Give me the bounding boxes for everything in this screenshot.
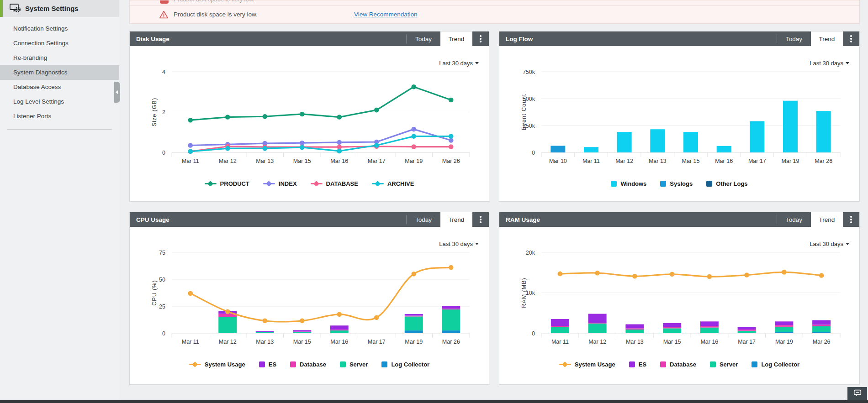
svg-text:Mar 16: Mar 16 (330, 158, 348, 164)
kebab-menu-icon-log-flow[interactable] (843, 31, 859, 46)
sidebar-item-re-branding[interactable]: Re-branding (0, 51, 119, 65)
trend-button-disk-usage[interactable]: Trend (440, 31, 472, 46)
sidebar-item-log-level-settings[interactable]: Log Level Settings (0, 94, 119, 109)
svg-text:CPU (%): CPU (%) (151, 280, 158, 305)
legend-item-es[interactable]: ES (629, 361, 646, 368)
svg-text:Mar 19: Mar 19 (775, 339, 793, 345)
legend-item-database[interactable]: Database (660, 361, 696, 368)
feedback-button[interactable] (847, 387, 867, 400)
legend-marker-icon (259, 361, 265, 367)
kebab-menu-icon-cpu-usage[interactable] (472, 212, 489, 227)
svg-text:Mar 11: Mar 11 (182, 339, 199, 345)
svg-text:Mar 26: Mar 26 (442, 158, 460, 164)
legend-item-windows[interactable]: Windows (611, 180, 646, 187)
sidebar-title: System Settings (25, 5, 79, 12)
sidebar-item-listener-ports[interactable]: Listener Ports (0, 109, 119, 124)
panel-title-ram-usage: RAM Usage (499, 216, 777, 223)
panel-header-cpu-usage: CPU UsageTodayTrend (130, 212, 489, 227)
svg-text:Mar 12: Mar 12 (219, 158, 237, 164)
critical-icon (160, 0, 169, 4)
svg-text:Mar 15: Mar 15 (682, 158, 700, 164)
bottom-bar (0, 400, 868, 403)
svg-text:25: 25 (159, 304, 165, 310)
alert-clipped-text: Product disk space is very low. (174, 0, 254, 3)
svg-text:Mar 19: Mar 19 (405, 158, 423, 164)
view-recommendation-link[interactable]: View Recommendation (354, 11, 418, 18)
legend-marker-icon (263, 183, 275, 184)
legend-marker-icon (372, 183, 384, 184)
alert-row-clipped: Product disk space is very low. (130, 0, 859, 6)
legend-marker-icon (559, 364, 571, 365)
legend-label: Syslogs (670, 180, 693, 187)
legend-marker-icon (381, 361, 387, 367)
system-settings-icon (9, 2, 21, 15)
panels-grid: Disk UsageTodayTrendLast 30 days024Mar 1… (129, 31, 860, 385)
legend-item-database[interactable]: Database (290, 361, 326, 368)
legend-item-other-logs[interactable]: Other Logs (706, 180, 747, 187)
sidebar-collapse-handle[interactable] (114, 82, 120, 103)
svg-text:Mar 11: Mar 11 (182, 158, 199, 164)
legend-marker-icon (660, 181, 666, 187)
legend-item-server[interactable]: Server (710, 361, 738, 368)
legend-item-es[interactable]: ES (259, 361, 276, 368)
svg-text:Mar 11: Mar 11 (582, 158, 600, 164)
svg-text:Mar 26: Mar 26 (813, 339, 831, 345)
kebab-menu-icon-ram-usage[interactable] (843, 212, 859, 227)
alert-message: Product disk space is very low. (174, 11, 258, 18)
sidebar-menu: Notification SettingsConnection Settings… (0, 21, 119, 124)
panel-log-flow: Log FlowTodayTrendLast 30 days0250k500k7… (499, 31, 860, 202)
sidebar-item-notification-settings[interactable]: Notification Settings (0, 21, 119, 36)
legend-cpu-usage: System UsageESDatabaseServerLog Collecto… (130, 361, 489, 368)
svg-text:0: 0 (532, 330, 535, 337)
svg-text:4: 4 (162, 69, 165, 75)
main-content: Product disk space is very low. Product … (129, 0, 860, 400)
sidebar: System Settings Notification SettingsCon… (0, 0, 119, 400)
legend-item-index[interactable]: INDEX (263, 180, 297, 187)
legend-marker-icon (629, 361, 635, 367)
svg-text:Mar 15: Mar 15 (293, 158, 311, 164)
svg-text:20k: 20k (526, 250, 535, 256)
legend-marker-icon (706, 181, 712, 187)
sidebar-item-database-access[interactable]: Database Access (0, 80, 119, 94)
kebab-menu-icon-disk-usage[interactable] (472, 31, 489, 46)
panel-ram-usage: RAM UsageTodayTrendLast 30 days010k20kMa… (499, 212, 860, 385)
sidebar-item-connection-settings[interactable]: Connection Settings (0, 36, 119, 51)
legend-item-syslogs[interactable]: Syslogs (660, 180, 693, 187)
legend-item-system-usage[interactable]: System Usage (189, 361, 245, 368)
svg-text:0: 0 (162, 150, 165, 156)
legend-item-product[interactable]: PRODUCT (205, 180, 249, 187)
warning-triangle-icon (159, 10, 169, 21)
legend-marker-icon (340, 361, 346, 367)
legend-label: PRODUCT (220, 180, 249, 187)
legend-item-log-collector[interactable]: Log Collector (381, 361, 429, 368)
legend-marker-icon (710, 361, 716, 367)
trend-button-ram-usage[interactable]: Trend (811, 212, 843, 227)
legend-item-server[interactable]: Server (340, 361, 368, 368)
today-button-cpu-usage[interactable]: Today (407, 212, 440, 227)
trend-button-log-flow[interactable]: Trend (811, 31, 843, 46)
legend-marker-icon (290, 361, 296, 367)
chart-ram-usage: 010k20kMar 11Mar 12Mar 13Mar 15Mar 16Mar… (499, 227, 859, 350)
today-button-log-flow[interactable]: Today (777, 31, 811, 46)
legend-item-log-collector[interactable]: Log Collector (752, 361, 799, 368)
chart-cpu-usage: 0255075Mar 11Mar 12Mar 13Mar 15Mar 16Mar… (130, 227, 489, 350)
svg-text:2: 2 (162, 109, 165, 115)
legend-item-system-usage[interactable]: System Usage (559, 361, 615, 368)
svg-text:Mar 16: Mar 16 (715, 158, 733, 164)
svg-text:Mar 15: Mar 15 (663, 339, 681, 345)
svg-text:Event Count: Event Count (521, 94, 527, 131)
svg-text:75: 75 (159, 250, 165, 256)
sidebar-divider (7, 129, 112, 130)
sidebar-item-system-diagnostics[interactable]: System Diagnostics (0, 65, 119, 80)
legend-marker-icon (611, 181, 617, 187)
svg-text:750k: 750k (523, 69, 535, 75)
svg-text:Mar 17: Mar 17 (748, 158, 766, 164)
trend-button-cpu-usage[interactable]: Trend (440, 212, 472, 227)
legend-item-database[interactable]: DATABASE (311, 180, 358, 187)
svg-text:Mar 11: Mar 11 (551, 339, 569, 345)
legend-item-archive[interactable]: ARCHIVE (372, 180, 414, 187)
svg-text:0: 0 (532, 150, 535, 156)
today-button-disk-usage[interactable]: Today (407, 31, 440, 46)
today-button-ram-usage[interactable]: Today (777, 212, 811, 227)
panel-disk-usage: Disk UsageTodayTrendLast 30 days024Mar 1… (129, 31, 489, 202)
